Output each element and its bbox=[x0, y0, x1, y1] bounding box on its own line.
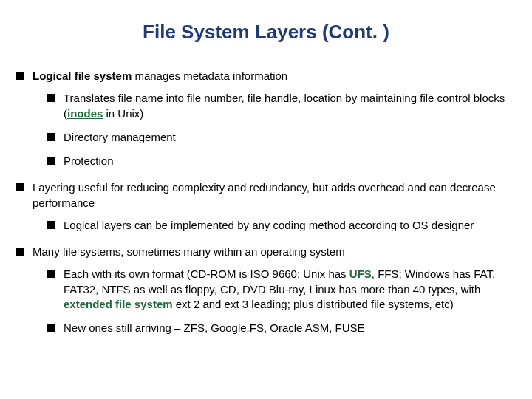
list-item: New ones still arriving – ZFS, Google.FS… bbox=[47, 321, 516, 335]
text: Logical layers can be implemented by any… bbox=[64, 219, 474, 231]
sub-list: Logical layers can be implemented by any… bbox=[33, 218, 516, 233]
text: Protection bbox=[64, 154, 114, 167]
page-title: File System Layers (Cont. ) bbox=[16, 21, 516, 44]
text: in Unix) bbox=[103, 107, 143, 120]
list-item: Directory management bbox=[47, 130, 516, 145]
list-item: Layering useful for reducing complexity … bbox=[16, 180, 516, 233]
list-item: Translates file name into file number, f… bbox=[47, 91, 516, 121]
ufs-link[interactable]: UFS bbox=[349, 267, 372, 280]
text: New ones still arriving – ZFS, Google.FS… bbox=[64, 321, 365, 334]
text: ext 2 and ext 3 leading; plus distribute… bbox=[173, 298, 454, 310]
list-item: Logical file system manages metadata inf… bbox=[16, 69, 516, 168]
inodes-link[interactable]: inodes bbox=[67, 107, 103, 120]
text: Layering useful for reducing complexity … bbox=[33, 181, 496, 208]
strong-text: Logical file system bbox=[33, 69, 132, 82]
text: Each with its own format (CD-ROM is ISO … bbox=[64, 267, 349, 280]
text: manages metadata information bbox=[132, 69, 287, 82]
text: Many file systems, sometimes many within… bbox=[33, 245, 345, 258]
slide: File System Layers (Cont. ) Logical file… bbox=[0, 0, 532, 399]
text: Directory management bbox=[64, 131, 176, 143]
list-item: Protection bbox=[47, 154, 516, 168]
sub-list: Translates file name into file number, f… bbox=[33, 91, 516, 168]
bullet-list: Logical file system manages metadata inf… bbox=[16, 69, 516, 335]
sub-list: Each with its own format (CD-ROM is ISO … bbox=[33, 267, 516, 335]
list-item: Logical layers can be implemented by any… bbox=[47, 218, 516, 233]
list-item: Each with its own format (CD-ROM is ISO … bbox=[47, 267, 516, 312]
extended-fs-keyword: extended file system bbox=[64, 298, 173, 310]
list-item: Many file systems, sometimes many within… bbox=[16, 245, 516, 335]
